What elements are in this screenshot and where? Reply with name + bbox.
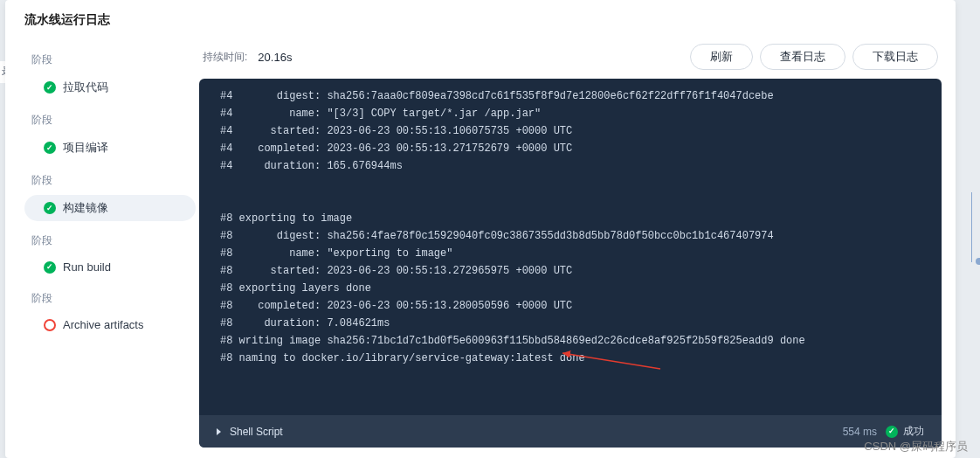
stage-label-text: 构建镜像	[63, 200, 108, 216]
log-output[interactable]: #4 digest: sha256:7aaa0cf809ea7398cd7c61…	[199, 79, 942, 415]
check-icon	[44, 142, 56, 154]
chevron-right-icon	[217, 428, 221, 435]
panel-body: 阶段 拉取代码 阶段 项目编译 阶段 构建镜像 阶段 Run build 阶段	[5, 37, 956, 458]
right-decor-dot	[976, 258, 980, 265]
log-card: #4 digest: sha256:7aaa0cf809ea7398cd7c61…	[199, 79, 942, 448]
circle-icon	[44, 319, 56, 331]
log-footer[interactable]: Shell Script 554 ms 成功	[199, 415, 942, 448]
duration-value: 20.16s	[258, 51, 292, 64]
stages-sidebar: 阶段 拉取代码 阶段 项目编译 阶段 构建镜像 阶段 Run build 阶段	[5, 37, 196, 458]
stage-heading: 阶段	[31, 291, 196, 306]
stage-pull-code[interactable]: 拉取代码	[24, 74, 196, 101]
view-log-button[interactable]: 查看日志	[760, 44, 845, 70]
check-icon	[886, 426, 898, 438]
check-icon	[44, 81, 56, 94]
stage-heading: 阶段	[31, 233, 196, 248]
footer-status-text: 成功	[903, 424, 924, 439]
stage-label-text: Run build	[63, 260, 111, 274]
stage-build-image[interactable]: 构建镜像	[24, 195, 196, 221]
stage-heading: 阶段	[31, 52, 196, 67]
download-log-button[interactable]: 下载日志	[852, 44, 938, 70]
check-icon	[44, 202, 56, 214]
stage-label-text: 项目编译	[63, 140, 108, 156]
stage-run-build[interactable]: Run build	[24, 255, 196, 279]
footer-title: Shell Script	[230, 426, 283, 438]
refresh-button[interactable]: 刷新	[690, 44, 753, 70]
stage-compile[interactable]: 项目编译	[24, 135, 196, 161]
watermark: CSDN @屎码程序员	[864, 439, 968, 455]
stage-heading: 阶段	[31, 173, 196, 188]
footer-status: 成功	[886, 424, 924, 439]
check-icon	[44, 261, 56, 274]
stage-label-text: 拉取代码	[63, 80, 108, 95]
stage-heading: 阶段	[31, 113, 196, 128]
toolbar: 持续时间: 20.16s 刷新 查看日志 下载日志	[199, 40, 942, 79]
duration-label: 持续时间:	[203, 50, 247, 65]
main-content: 持续时间: 20.16s 刷新 查看日志 下载日志 #4 digest: sha…	[196, 37, 956, 458]
stage-archive-artifacts[interactable]: Archive artifacts	[24, 313, 196, 337]
right-decor-line	[971, 192, 980, 262]
footer-duration: 554 ms	[843, 426, 877, 438]
log-panel: 流水线运行日志 阶段 拉取代码 阶段 项目编译 阶段 构建镜像 阶段 Run b…	[5, 0, 956, 458]
panel-title: 流水线运行日志	[5, 0, 956, 37]
stage-label-text: Archive artifacts	[63, 318, 143, 331]
